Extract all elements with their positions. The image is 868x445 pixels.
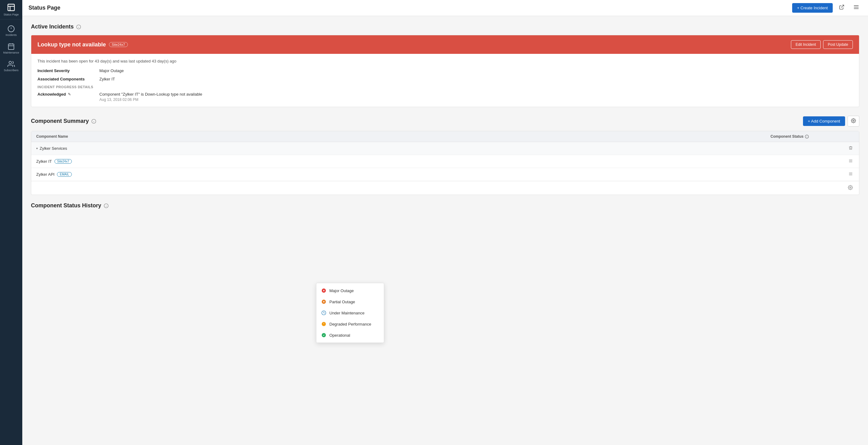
svg-point-10 [9, 61, 11, 64]
component-name-cell-api: Zylker API EMAIL [36, 172, 771, 177]
external-link-button[interactable] [836, 3, 847, 13]
component-name-zylker-api: Zylker API [36, 172, 55, 177]
component-table-header: Component Name Component Status [31, 131, 859, 142]
component-name-cell: Zylker IT Site24x7 [36, 159, 771, 164]
status-dropdown: Major Outage Partial Outage Under M [316, 283, 384, 343]
svg-point-21 [853, 120, 854, 121]
svg-rect-6 [8, 44, 14, 50]
active-incidents-section-header: Active Incidents [31, 24, 859, 30]
group-toggle[interactable]: ▾ Zylker Services [36, 146, 771, 151]
add-component-button[interactable]: + Add Component [803, 116, 845, 126]
dropdown-item-partial-outage[interactable]: Partial Outage [316, 296, 384, 307]
dropdown-item-degraded-performance[interactable]: Degraded Performance [316, 318, 384, 329]
col-name-label: Component Name [36, 134, 68, 139]
dropdown-item-under-maintenance[interactable]: Under Maintenance [316, 307, 384, 318]
incident-title: Lookup type not available [37, 41, 106, 48]
group-name: Zylker Services [40, 146, 67, 151]
component-row-zylker-api: Zylker API EMAIL [31, 168, 859, 181]
sidebar-item-subscribers[interactable]: Subscribers [0, 57, 22, 75]
header-actions: + Create Incident [792, 3, 862, 13]
sidebar-item-incidents[interactable]: Incidents [0, 22, 22, 40]
component-status-history-section: Component Status History [31, 202, 859, 209]
dropdown-item-under-maintenance-label: Under Maintenance [329, 311, 364, 315]
operational-icon [321, 333, 326, 338]
component-table: Component Name Component Status ▾ Zylker… [31, 131, 859, 195]
group-row-actions [839, 145, 854, 152]
dropdown-item-degraded-performance-label: Degraded Performance [329, 322, 371, 326]
dropdown-item-partial-outage-label: Partial Outage [329, 299, 355, 304]
bottom-settings-actions [839, 185, 854, 192]
sidebar-brand-label: Status Page [3, 13, 19, 16]
incident-card-header: Lookup type not available Site24x7 Edit … [31, 35, 859, 54]
component-summary-info-icon[interactable] [91, 119, 96, 124]
zylker-it-drag-handle[interactable] [847, 158, 854, 165]
svg-rect-0 [8, 4, 14, 11]
component-summary-actions: + Add Component [803, 116, 859, 127]
component-summary-title: Component Summary [31, 118, 89, 124]
severity-value: Major Outage [99, 68, 124, 73]
progress-message: Component "Zylker IT" is Down-Lookup typ… [99, 92, 853, 97]
chevron-down-icon: ▾ [36, 147, 38, 150]
dropdown-item-operational-label: Operational [329, 333, 350, 338]
col-component-name: Component Name [36, 134, 771, 139]
group-row-zylker-services: ▾ Zylker Services [31, 142, 859, 155]
components-label: Associated Components [37, 77, 99, 82]
severity-label: Incident Severity [37, 68, 99, 73]
col-component-status: Component Status [771, 134, 839, 139]
main-area: Status Page + Create Incident [22, 0, 868, 445]
progress-timestamp: Aug 13, 2018 02:06 PM [99, 97, 853, 102]
components-value: Zylker IT [99, 77, 115, 82]
progress-section-title: INCIDENT PROGRESS DETAILS [37, 85, 853, 89]
content-area: Active Incidents Lookup type not availab… [22, 16, 868, 445]
component-status-history-title: Component Status History [31, 202, 101, 209]
incident-card-body: This incident has been open for 43 day(s… [31, 54, 859, 107]
sidebar-brand: Status Page [0, 0, 22, 20]
progress-label: Acknowledged ✎ [37, 92, 99, 97]
zylker-it-row-actions [839, 158, 854, 165]
page-title: Status Page [29, 5, 60, 11]
incident-meta: This incident has been open for 43 day(s… [37, 59, 853, 63]
incident-components-row: Associated Components Zylker IT [37, 77, 853, 82]
menu-button[interactable] [851, 3, 862, 13]
progress-status-text: Acknowledged [37, 92, 66, 97]
sidebar: Status Page Incidents Maintenance Subscr… [0, 0, 22, 445]
sidebar-item-maintenance[interactable]: Maintenance [0, 40, 22, 57]
component-history-info-icon[interactable] [104, 203, 108, 208]
col-status-info-icon[interactable] [805, 135, 809, 139]
zylker-api-badge: EMAIL [57, 172, 72, 177]
col-status-label: Component Status [771, 134, 804, 139]
dropdown-item-operational[interactable]: Operational [316, 329, 384, 341]
zylker-api-drag-handle[interactable] [847, 171, 854, 178]
incident-card: Lookup type not available Site24x7 Edit … [31, 35, 859, 107]
component-summary-section: Component Summary + Add Component [31, 116, 859, 127]
edit-incident-button[interactable]: Edit Incident [791, 40, 820, 49]
maintenance-icon [7, 43, 15, 50]
create-incident-button[interactable]: + Create Incident [792, 3, 833, 13]
external-link-icon [839, 4, 844, 10]
bottom-settings-icon [848, 185, 853, 190]
component-summary-left: Component Summary [31, 118, 96, 124]
dropdown-item-major-outage[interactable]: Major Outage [316, 285, 384, 296]
active-incidents-info-icon[interactable] [76, 25, 81, 29]
incident-title-row: Lookup type not available Site24x7 [37, 41, 128, 48]
sidebar-item-incidents-label: Incidents [6, 33, 17, 36]
drag-icon-api [848, 172, 853, 176]
menu-icon [853, 4, 859, 10]
component-settings-button[interactable] [847, 116, 859, 127]
zylker-api-row-actions [839, 171, 854, 178]
svg-line-11 [841, 5, 844, 7]
post-update-button[interactable]: Post Update [823, 40, 853, 49]
settings-icon [851, 118, 856, 123]
progress-row: Acknowledged ✎ Component "Zylker IT" is … [37, 92, 853, 102]
incident-badge: Site24x7 [109, 42, 128, 47]
trash-icon [848, 146, 853, 150]
bottom-settings-button[interactable] [847, 185, 854, 192]
active-incidents-title: Active Incidents [31, 24, 74, 30]
incident-actions: Edit Incident Post Update [791, 40, 853, 49]
dropdown-item-major-outage-label: Major Outage [329, 288, 354, 293]
group-delete-button[interactable] [847, 145, 854, 152]
header: Status Page + Create Incident [22, 0, 868, 16]
col-actions-header [839, 134, 854, 139]
incident-severity-row: Incident Severity Major Outage [37, 68, 853, 73]
progress-edit-icon[interactable]: ✎ [68, 92, 71, 97]
